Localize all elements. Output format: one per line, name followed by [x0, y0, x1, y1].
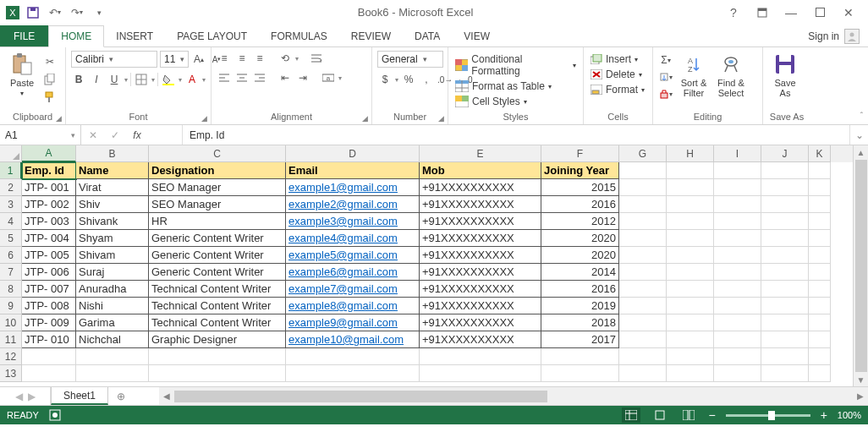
cell-E5[interactable]: +91XXXXXXXXXX — [420, 230, 541, 247]
cell-E2[interactable]: +91XXXXXXXXXX — [420, 179, 541, 196]
chevron-down-icon[interactable]: ▾ — [202, 76, 206, 84]
cell-B12[interactable] — [76, 348, 149, 365]
row-header-5[interactable]: 5 — [0, 230, 22, 247]
cell-E3[interactable]: +91XXXXXXXXXX — [420, 196, 541, 213]
column-header-H[interactable]: H — [667, 145, 714, 162]
cell-H7[interactable] — [667, 264, 714, 281]
cell-H3[interactable] — [667, 196, 714, 213]
fx-cancel-icon[interactable]: ✕ — [85, 129, 102, 141]
column-header-I[interactable]: I — [714, 145, 761, 162]
zoom-out-icon[interactable]: − — [708, 408, 715, 422]
cell-K8[interactable] — [809, 281, 831, 298]
increase-font-icon[interactable]: A▴ — [191, 52, 206, 67]
cell-C12[interactable] — [149, 348, 286, 365]
cell-C7[interactable]: Generic Content Writer — [149, 264, 286, 281]
vertical-scrollbar[interactable]: ▲ ▼ — [853, 145, 868, 386]
cell-H1[interactable] — [667, 162, 714, 179]
cell-J1[interactable] — [761, 162, 809, 179]
cell-J11[interactable] — [761, 331, 809, 348]
cell-F11[interactable]: 2017 — [541, 331, 619, 348]
fx-insert-function-icon[interactable]: fx — [129, 129, 146, 141]
expand-formula-bar-icon[interactable]: ⌄ — [849, 125, 868, 145]
cell-C1[interactable]: Designation — [149, 162, 286, 179]
scroll-up-icon[interactable]: ▲ — [854, 145, 868, 159]
new-sheet-icon[interactable]: ⊕ — [108, 387, 134, 405]
chevron-down-icon[interactable]: ▾ — [338, 74, 342, 82]
row-header-8[interactable]: 8 — [0, 281, 22, 298]
chevron-down-icon[interactable]: ▾ — [151, 76, 155, 84]
chevron-down-icon[interactable]: ▾ — [395, 76, 398, 84]
insert-cells-button[interactable]: Insert▾ — [589, 52, 640, 66]
cell-D5[interactable]: example4@gmail.com — [286, 230, 420, 247]
scroll-down-icon[interactable]: ▼ — [854, 373, 868, 386]
decrease-indent-icon[interactable]: ⇤ — [277, 70, 293, 85]
cell-D7[interactable]: example6@gmail.com — [286, 264, 420, 281]
underline-button[interactable]: U — [107, 72, 122, 87]
cell-J5[interactable] — [761, 230, 809, 247]
font-size-combo[interactable]: 11▾ — [160, 51, 189, 68]
cell-D6[interactable]: example5@gmail.com — [286, 247, 420, 264]
cell-K6[interactable] — [809, 247, 831, 264]
cell-H6[interactable] — [667, 247, 714, 264]
cell-F1[interactable]: Joining Year — [541, 162, 619, 179]
column-header-K[interactable]: K — [809, 145, 831, 162]
font-color-icon[interactable]: A — [184, 72, 200, 87]
cell-A6[interactable]: JTP- 005 — [22, 247, 76, 264]
zoom-level[interactable]: 100% — [838, 410, 861, 420]
bold-button[interactable]: B — [71, 72, 86, 87]
maximize-icon[interactable] — [809, 3, 831, 22]
tab-file[interactable]: FILE — [0, 25, 48, 46]
cell-K9[interactable] — [809, 298, 831, 314]
sheet-nav[interactable]: ◀▶ — [0, 387, 51, 405]
cell-B2[interactable]: Virat — [76, 179, 149, 196]
cell-G11[interactable] — [619, 331, 667, 348]
cell-I9[interactable] — [714, 298, 761, 314]
help-icon[interactable]: ? — [722, 3, 744, 22]
tab-data[interactable]: DATA — [403, 25, 452, 46]
cell-B10[interactable]: Garima — [76, 314, 149, 331]
qat-undo-icon[interactable]: ↶▾ — [46, 3, 64, 22]
cell-B11[interactable]: Nichchal — [76, 331, 149, 348]
comma-format-icon[interactable]: , — [419, 72, 434, 87]
row-header-12[interactable]: 12 — [0, 348, 22, 365]
row-header-9[interactable]: 9 — [0, 298, 22, 314]
fx-enter-icon[interactable]: ✓ — [107, 129, 124, 141]
cell-C11[interactable]: Graphic Designer — [149, 331, 286, 348]
cell-B9[interactable]: Nishi — [76, 298, 149, 314]
delete-cells-button[interactable]: Delete▾ — [589, 68, 644, 81]
cell-J4[interactable] — [761, 213, 809, 230]
cell-F12[interactable] — [541, 348, 619, 365]
cell-J12[interactable] — [761, 348, 809, 365]
align-top-icon[interactable]: ≡ — [217, 51, 232, 66]
align-middle-icon[interactable]: ≡ — [234, 51, 250, 66]
cell-B6[interactable]: Shivam — [76, 247, 149, 264]
cell-E10[interactable]: +91XXXXXXXXXX — [420, 314, 541, 331]
cell-E7[interactable]: +91XXXXXXXXXX — [420, 264, 541, 281]
cell-G5[interactable] — [619, 230, 667, 247]
align-right-icon[interactable] — [252, 70, 267, 85]
align-left-icon[interactable] — [217, 70, 232, 85]
font-name-combo[interactable]: Calibri▾ — [71, 51, 157, 68]
orientation-icon[interactable]: ⟲ — [277, 51, 293, 66]
cell-K5[interactable] — [809, 230, 831, 247]
cell-A1[interactable]: Emp. Id — [22, 162, 76, 179]
dialog-launcher-icon[interactable]: ◢ — [438, 114, 444, 123]
zoom-slider[interactable] — [726, 414, 810, 417]
cell-H12[interactable] — [667, 348, 714, 365]
cell-K12[interactable] — [809, 348, 831, 365]
scroll-left-icon[interactable]: ◀ — [159, 391, 174, 401]
row-header-1[interactable]: 1 — [0, 162, 22, 179]
accounting-format-icon[interactable]: $ — [377, 72, 393, 87]
cell-A12[interactable] — [22, 348, 76, 365]
cell-H2[interactable] — [667, 179, 714, 196]
cell-C4[interactable]: HR — [149, 213, 286, 230]
cell-F6[interactable]: 2020 — [541, 247, 619, 264]
tab-review[interactable]: REVIEW — [339, 25, 403, 46]
row-header-13[interactable]: 13 — [0, 365, 22, 382]
format-cells-button[interactable]: Format▾ — [589, 83, 646, 96]
cell-E4[interactable]: +91XXXXXXXXXX — [420, 213, 541, 230]
cell-I6[interactable] — [714, 247, 761, 264]
dialog-launcher-icon[interactable]: ◢ — [56, 114, 62, 123]
cell-F10[interactable]: 2018 — [541, 314, 619, 331]
cell-H13[interactable] — [667, 365, 714, 382]
